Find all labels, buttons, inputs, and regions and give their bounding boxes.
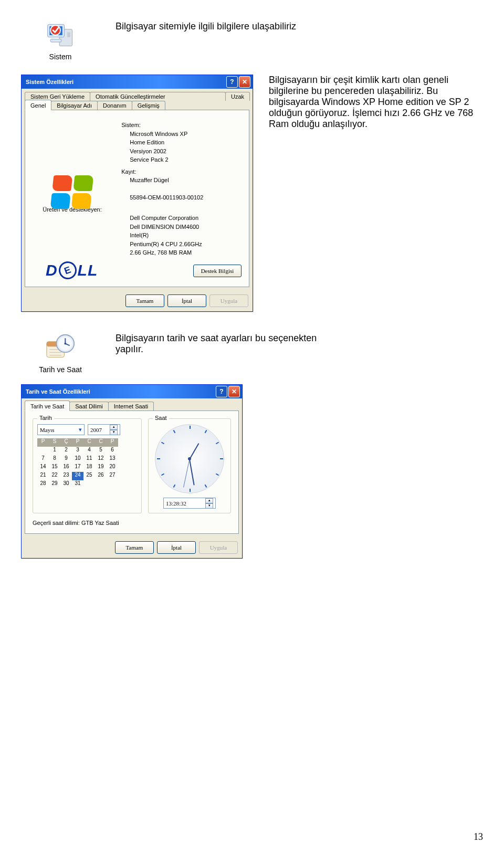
calendar-day[interactable]: 18 [83, 464, 95, 472]
tab-internet-time[interactable]: Internet Saati [108, 402, 154, 410]
apply-button[interactable]: Uygula [209, 294, 248, 307]
tab-remote[interactable]: Uzak [225, 92, 250, 101]
calendar-day-header: S [49, 438, 60, 447]
manufacturer-line: 2.66 GHz, 768 MB RAM [130, 248, 242, 257]
help-button[interactable]: ? [226, 76, 238, 88]
system-properties-window: Sistem Özellikleri ? ✕ Sistem Geri Yükle… [21, 75, 253, 312]
cancel-button[interactable]: İptal [157, 541, 196, 554]
help-button[interactable]: ? [216, 386, 227, 397]
registration-heading: Kayıt: [121, 167, 242, 176]
time-legend: Saat [153, 415, 169, 421]
calendar-grid[interactable]: PSÇPCCP123456789101112131415161718192021… [37, 438, 137, 489]
calendar-day[interactable]: 19 [95, 464, 107, 472]
ok-button[interactable]: Tamam [115, 541, 154, 554]
calendar-day-header: C [95, 438, 107, 447]
calendar-day[interactable]: 31 [72, 480, 83, 489]
tabs-row-front: Genel Bilgisayar Adı Donanım Gelişmiş [22, 101, 253, 110]
spinner-buttons[interactable]: ▴▾ [110, 425, 118, 435]
dialog-buttons: Tamam İptal Uygula [22, 537, 242, 558]
calendar-day[interactable]: 29 [49, 480, 60, 489]
close-button[interactable]: ✕ [239, 76, 250, 88]
calendar-day[interactable]: 17 [72, 464, 83, 472]
control-panel-datetime-item[interactable]: Tarih ve Saat [21, 333, 100, 374]
current-timezone-label: Geçerli saat dilimi: GTB Yaz Saati [33, 520, 231, 526]
tab-panel-datetime: Tarih Mayıs ▾ 2007 ▴▾ PSÇPCCP12345678910… [25, 410, 239, 534]
calendar-day[interactable]: 22 [49, 472, 60, 480]
calendar-day[interactable]: 12 [95, 455, 107, 464]
datetime-tabs: Tarih ve Saat Saat Dilimi Internet Saati [22, 398, 242, 410]
calendar-day[interactable]: 21 [37, 472, 49, 480]
calendar-day[interactable]: 4 [83, 447, 95, 455]
close-button[interactable]: ✕ [228, 386, 240, 397]
manufacturer-line: Intel(R) [130, 231, 242, 240]
tab-general[interactable]: Genel [25, 100, 51, 110]
spinner-buttons[interactable]: ▴▾ [205, 498, 213, 509]
titlebar[interactable]: Sistem Özellikleri ? ✕ [22, 75, 253, 89]
ok-button[interactable]: Tamam [125, 294, 164, 307]
year-spinner[interactable]: 2007 ▴▾ [88, 424, 120, 435]
tab-auto-updates[interactable]: Otomatik Güncelleştirmeler [90, 92, 226, 101]
tab-panel-general: DELL Sistem: Microsoft Windows XPHome Ed… [25, 110, 249, 287]
datetime-icon-label: Tarih ve Saat [21, 365, 100, 374]
calendar-day[interactable]: 30 [60, 480, 72, 489]
datetime-properties-window: Tarih ve Saat Özellikleri ? ✕ Tarih ve S… [21, 384, 243, 559]
support-info-button[interactable]: Destek Bilgisi [193, 265, 242, 277]
calendar-day[interactable]: 8 [49, 455, 60, 464]
control-panel-system-item[interactable]: Sistem [21, 21, 100, 61]
calendar-day[interactable]: 20 [107, 464, 118, 472]
tab-hardware[interactable]: Donanım [97, 101, 132, 110]
calendar-day[interactable]: 11 [83, 455, 95, 464]
tab-date-time[interactable]: Tarih ve Saat [25, 401, 70, 411]
calendar-day[interactable]: 27 [107, 472, 118, 480]
calendar-day[interactable]: 16 [60, 464, 72, 472]
calendar-day[interactable]: 7 [37, 455, 49, 464]
datetime-caption: Bilgisayarın tarih ve saat ayarları bu s… [116, 333, 336, 355]
manufacturer-line: Dell Computer Corporation [130, 214, 242, 223]
calendar-day[interactable]: 24 [72, 472, 83, 480]
system-icon [45, 21, 76, 49]
date-group: Tarih Mayıs ▾ 2007 ▴▾ PSÇPCCP12345678910… [33, 418, 142, 513]
calendar-day[interactable]: 5 [95, 447, 107, 455]
calendar-day-header: P [72, 438, 83, 447]
registration-line: Muzaffer Dügel [130, 176, 242, 185]
system-caption: Bilgisayar sitemiyle ilgili bilgilere ul… [116, 21, 296, 32]
calendar-day[interactable]: 3 [72, 447, 83, 455]
tab-advanced[interactable]: Gelişmiş [132, 101, 165, 110]
tab-computer-name[interactable]: Bilgisayar Adı [51, 101, 98, 110]
calendar-day-header: P [107, 438, 118, 447]
cancel-button[interactable]: İptal [167, 294, 206, 307]
system-info-line: Microsoft Windows XP [130, 130, 242, 139]
calendar-day[interactable]: 10 [72, 455, 83, 464]
calendar-day[interactable]: 14 [37, 464, 49, 472]
svg-rect-4 [50, 39, 61, 43]
titlebar[interactable]: Tarih ve Saat Özellikleri ? ✕ [22, 385, 242, 398]
calendar-day[interactable]: 28 [37, 480, 49, 489]
calendar-day[interactable]: 26 [95, 472, 107, 480]
time-group: Saat 13:28:32 ▴▾ [148, 418, 231, 513]
manufacturer-line: Dell DIMENSION DIM4600 [130, 223, 242, 231]
system-heading: Sistem: [121, 121, 242, 130]
calendar-day[interactable]: 2 [60, 447, 72, 455]
chevron-down-icon: ▾ [79, 426, 82, 433]
calendar-day[interactable]: 23 [60, 472, 72, 480]
date-legend: Tarih [37, 415, 54, 421]
calendar-day-header: P [37, 438, 49, 447]
manufacturer-line: Pentium(R) 4 CPU 2.66GHz [130, 240, 242, 249]
calendar-day-header: C [83, 438, 95, 447]
month-select[interactable]: Mayıs ▾ [37, 424, 85, 435]
calendar-day[interactable]: 25 [83, 472, 95, 480]
svg-point-5 [50, 25, 60, 35]
calendar-day[interactable]: 15 [49, 464, 60, 472]
time-spinner[interactable]: 13:28:32 ▴▾ [163, 498, 216, 509]
svg-point-15 [64, 343, 66, 345]
calendar-day[interactable]: 6 [107, 447, 118, 455]
calendar-day[interactable]: 1 [49, 447, 60, 455]
windows-flag-icon [50, 175, 93, 209]
window-title: Sistem Özellikleri [26, 79, 225, 85]
calendar-day[interactable]: 13 [107, 455, 118, 464]
tab-timezone[interactable]: Saat Dilimi [69, 402, 109, 410]
calendar-day[interactable]: 9 [60, 455, 72, 464]
apply-button[interactable]: Uygula [199, 541, 238, 554]
system-info-line: Versiyon 2002 [130, 147, 242, 156]
dialog-buttons: Tamam İptal Uygula [22, 290, 253, 311]
